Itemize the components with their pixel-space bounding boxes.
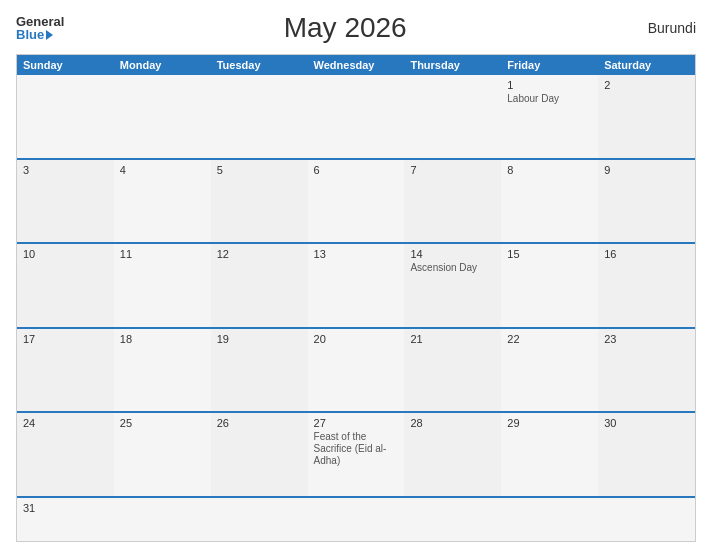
week-row-1: 1Labour Day2 <box>17 75 695 158</box>
day-cell <box>114 75 211 158</box>
day-number: 29 <box>507 417 592 429</box>
day-cell: 5 <box>211 160 308 243</box>
day-cell: 4 <box>114 160 211 243</box>
logo-blue-text: Blue <box>16 28 53 41</box>
day-cell-last: 31 <box>17 498 114 541</box>
day-cell: 17 <box>17 329 114 412</box>
logo-triangle-icon <box>46 30 53 40</box>
day-number: 24 <box>23 417 108 429</box>
day-number: 4 <box>120 164 205 176</box>
day-number: 1 <box>507 79 592 91</box>
week-row-last: 31 <box>17 496 695 541</box>
week-row-2: 3456789 <box>17 158 695 243</box>
day-cell: 20 <box>308 329 405 412</box>
day-cell <box>308 75 405 158</box>
header-day-saturday: Saturday <box>598 55 695 75</box>
day-cell: 6 <box>308 160 405 243</box>
day-number: 25 <box>120 417 205 429</box>
header-day-sunday: Sunday <box>17 55 114 75</box>
header-day-monday: Monday <box>114 55 211 75</box>
day-cell: 19 <box>211 329 308 412</box>
day-number: 5 <box>217 164 302 176</box>
country-label: Burundi <box>626 20 696 36</box>
day-cell <box>211 75 308 158</box>
header-day-friday: Friday <box>501 55 598 75</box>
day-number: 27 <box>314 417 399 429</box>
day-cell: 7 <box>404 160 501 243</box>
day-number: 11 <box>120 248 205 260</box>
day-number: 19 <box>217 333 302 345</box>
day-number: 15 <box>507 248 592 260</box>
day-cell: 15 <box>501 244 598 327</box>
day-cell: 1Labour Day <box>501 75 598 158</box>
day-number: 20 <box>314 333 399 345</box>
day-number: 3 <box>23 164 108 176</box>
day-number: 17 <box>23 333 108 345</box>
day-number: 12 <box>217 248 302 260</box>
header: General Blue May 2026 Burundi <box>16 12 696 44</box>
day-number: 8 <box>507 164 592 176</box>
day-cell: 27Feast of the Sacrifice (Eid al-Adha) <box>308 413 405 496</box>
header-day-thursday: Thursday <box>404 55 501 75</box>
day-cell: 29 <box>501 413 598 496</box>
day-number: 9 <box>604 164 689 176</box>
calendar-header: SundayMondayTuesdayWednesdayThursdayFrid… <box>17 55 695 75</box>
day-cell-last <box>308 498 405 541</box>
day-number: 2 <box>604 79 689 91</box>
day-number: 18 <box>120 333 205 345</box>
day-cell: 24 <box>17 413 114 496</box>
day-cell: 3 <box>17 160 114 243</box>
day-cell: 30 <box>598 413 695 496</box>
day-cell: 21 <box>404 329 501 412</box>
logo: General Blue <box>16 15 64 41</box>
day-number: 30 <box>604 417 689 429</box>
header-day-tuesday: Tuesday <box>211 55 308 75</box>
day-number: 22 <box>507 333 592 345</box>
day-number: 21 <box>410 333 495 345</box>
day-cell: 28 <box>404 413 501 496</box>
day-cell: 26 <box>211 413 308 496</box>
day-number: 26 <box>217 417 302 429</box>
day-number: 10 <box>23 248 108 260</box>
day-event: Labour Day <box>507 93 592 105</box>
day-cell <box>17 75 114 158</box>
week-row-4: 17181920212223 <box>17 327 695 412</box>
calendar: SundayMondayTuesdayWednesdayThursdayFrid… <box>16 54 696 542</box>
day-cell: 2 <box>598 75 695 158</box>
day-cell: 12 <box>211 244 308 327</box>
day-cell <box>404 75 501 158</box>
day-cell: 14Ascension Day <box>404 244 501 327</box>
day-cell-last <box>501 498 598 541</box>
day-number: 23 <box>604 333 689 345</box>
page: General Blue May 2026 Burundi SundayMond… <box>0 0 712 550</box>
day-cell-last <box>598 498 695 541</box>
day-number: 16 <box>604 248 689 260</box>
calendar-title: May 2026 <box>64 12 626 44</box>
day-cell-last <box>114 498 211 541</box>
week-row-3: 1011121314Ascension Day1516 <box>17 242 695 327</box>
day-cell: 10 <box>17 244 114 327</box>
day-number: 14 <box>410 248 495 260</box>
day-cell: 25 <box>114 413 211 496</box>
week-row-5: 24252627Feast of the Sacrifice (Eid al-A… <box>17 411 695 496</box>
day-number: 6 <box>314 164 399 176</box>
day-cell: 16 <box>598 244 695 327</box>
day-event: Ascension Day <box>410 262 495 274</box>
day-cell-last <box>404 498 501 541</box>
day-cell-last <box>211 498 308 541</box>
day-cell: 9 <box>598 160 695 243</box>
day-number: 13 <box>314 248 399 260</box>
day-cell: 11 <box>114 244 211 327</box>
calendar-body: 1Labour Day234567891011121314Ascension D… <box>17 75 695 541</box>
day-number: 7 <box>410 164 495 176</box>
day-number: 31 <box>23 502 108 514</box>
day-number: 28 <box>410 417 495 429</box>
day-cell: 18 <box>114 329 211 412</box>
day-cell: 22 <box>501 329 598 412</box>
header-day-wednesday: Wednesday <box>308 55 405 75</box>
day-cell: 13 <box>308 244 405 327</box>
day-cell: 23 <box>598 329 695 412</box>
day-cell: 8 <box>501 160 598 243</box>
day-event: Feast of the Sacrifice (Eid al-Adha) <box>314 431 399 467</box>
